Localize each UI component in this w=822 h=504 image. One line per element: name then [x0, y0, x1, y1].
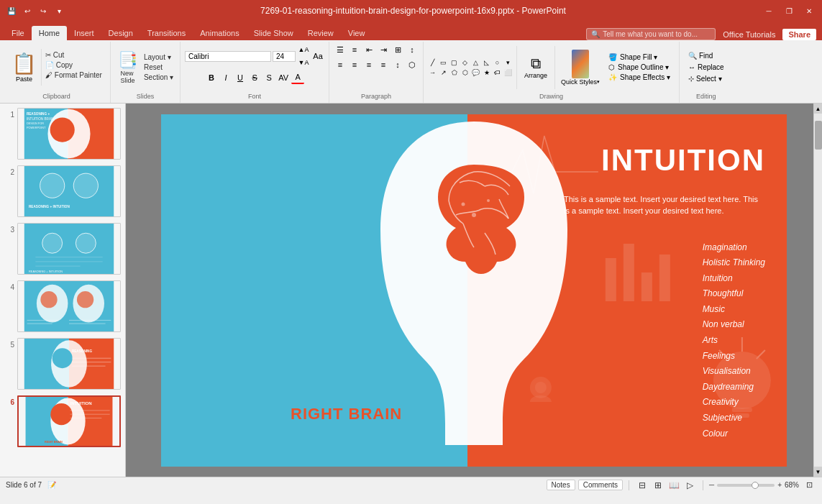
strikethrough-button[interactable]: S: [248, 71, 261, 84]
redo-icon[interactable]: ↪: [37, 5, 49, 17]
reset-button[interactable]: Reset: [142, 63, 175, 72]
tab-review[interactable]: Review: [301, 26, 341, 40]
save-icon[interactable]: 💾: [6, 5, 17, 17]
zoom-slider-thumb[interactable]: [752, 482, 759, 489]
scroll-up-button[interactable]: ▲: [814, 104, 822, 114]
slide-thumbnail-5[interactable]: 5 REASONING: [3, 336, 122, 391]
line-shape[interactable]: ╱: [428, 58, 437, 67]
tab-file[interactable]: File: [4, 26, 32, 40]
diamond-shape[interactable]: ◇: [460, 58, 470, 67]
right-triangle-shape[interactable]: ◺: [482, 58, 491, 67]
find-button[interactable]: 🔍 Find: [684, 50, 729, 61]
font-name-input[interactable]: [185, 51, 271, 62]
normal-view-button[interactable]: ⊟: [635, 479, 649, 492]
increase-font-button[interactable]: ▲A: [297, 43, 310, 56]
layout-button[interactable]: Layout ▾: [142, 52, 175, 62]
office-tutorials-link[interactable]: Office Tutorials: [723, 30, 775, 39]
notes-icon-area[interactable]: 📝: [47, 481, 56, 489]
close-button[interactable]: ✕: [802, 4, 816, 18]
star-shape[interactable]: ★: [482, 68, 491, 77]
decrease-indent-button[interactable]: ⇤: [362, 43, 375, 56]
tab-slideshow[interactable]: Slide Show: [247, 26, 301, 40]
replace-button[interactable]: ↔ Replace: [684, 62, 729, 73]
arrow-shape[interactable]: →: [428, 68, 437, 77]
clear-formatting-button[interactable]: Aa: [311, 50, 324, 63]
tab-design[interactable]: Design: [101, 26, 140, 40]
numbering-button[interactable]: ≡: [348, 43, 361, 56]
select-button[interactable]: ⊹ Select ▾: [684, 73, 729, 84]
notes-button[interactable]: Notes: [547, 480, 575, 490]
convert-to-smartart-button[interactable]: ⬡: [406, 58, 419, 71]
rounded-rect-shape[interactable]: ▢: [449, 58, 459, 67]
zoom-in-button[interactable]: +: [777, 481, 782, 489]
undo-icon[interactable]: ↩: [22, 5, 33, 17]
slide-thumbnail-4[interactable]: 4: [3, 279, 122, 334]
banner-shape[interactable]: 🏷: [493, 68, 502, 77]
zoom-slider[interactable]: [717, 484, 775, 487]
font-size-input[interactable]: [273, 51, 296, 62]
decrease-font-button[interactable]: ▼A: [297, 56, 310, 69]
underline-button[interactable]: U: [234, 71, 247, 84]
section-button[interactable]: Section ▾: [142, 73, 175, 82]
reading-view-button[interactable]: 📖: [667, 479, 681, 492]
cube-shape[interactable]: ⬜: [503, 68, 513, 77]
tab-view[interactable]: View: [341, 26, 373, 40]
italic-button[interactable]: I: [219, 71, 232, 84]
slide-image-4[interactable]: [17, 280, 121, 332]
shadow-button[interactable]: S: [262, 71, 275, 84]
restore-button[interactable]: ❐: [782, 4, 796, 18]
tell-me-search[interactable]: 🔍 Tell me what you want to do...: [586, 28, 716, 40]
slide-image-5[interactable]: REASONING: [17, 338, 121, 390]
bullets-button[interactable]: ☰: [334, 43, 347, 56]
pentagon-shape[interactable]: ⬠: [449, 68, 459, 77]
shape-effects-button[interactable]: ✨ Shape Effects ▾: [606, 73, 673, 82]
scroll-thumb[interactable]: [815, 121, 822, 150]
increase-indent-button[interactable]: ⇥: [377, 43, 390, 56]
slide-image-2[interactable]: REASONING + INTUITION: [17, 165, 121, 217]
align-right-button[interactable]: ≡: [362, 58, 375, 71]
justify-button[interactable]: ≡: [377, 58, 390, 71]
columns-button[interactable]: ⊞: [391, 43, 404, 56]
slide-image-6[interactable]: INTUITION RIGHT BRAIN: [17, 395, 121, 447]
customize-qat-icon[interactable]: ▾: [53, 5, 65, 17]
oval-shape[interactable]: ○: [493, 58, 502, 67]
char-spacing-button[interactable]: AV: [277, 71, 290, 84]
new-slide-button[interactable]: 📑 NewSlide: [115, 50, 140, 86]
copy-button[interactable]: 📄 Copy: [43, 60, 104, 70]
scroll-down-button[interactable]: ▼: [814, 467, 822, 477]
slide-thumbnail-1[interactable]: 1 REASONING + INTUITION BRAIN DESIGN FOR…: [3, 106, 122, 161]
callout-shape[interactable]: 💬: [471, 68, 480, 77]
fit-slide-button[interactable]: ⊡: [802, 479, 816, 492]
connector-shape[interactable]: ↗: [439, 68, 448, 77]
quick-styles-button[interactable]: Quick Styles ▾: [558, 47, 603, 88]
slide-sorter-button[interactable]: ⊞: [651, 479, 665, 492]
align-center-button[interactable]: ≡: [348, 58, 361, 71]
minimize-button[interactable]: ─: [762, 4, 776, 18]
text-direction-button[interactable]: ↕: [406, 43, 419, 56]
line-spacing-button[interactable]: ↕: [391, 58, 404, 71]
cut-button[interactable]: ✂ Cut: [43, 50, 104, 60]
slideshow-button[interactable]: ▷: [682, 479, 697, 492]
font-color-button[interactable]: A: [291, 71, 304, 84]
slide-thumbnail-6[interactable]: 6 INTUITION RIGHT BRAIN: [3, 394, 122, 449]
tab-home[interactable]: Home: [32, 26, 67, 40]
slide-thumbnail-2[interactable]: 2 REASONING + INTUITION: [3, 164, 122, 219]
share-button[interactable]: Share: [782, 29, 816, 40]
tab-insert[interactable]: Insert: [67, 26, 101, 40]
slide-image-3[interactable]: REASONING + INTUITION: [17, 223, 121, 275]
zoom-out-button[interactable]: ─: [709, 481, 714, 489]
slide-image-1[interactable]: REASONING + INTUITION BRAIN DESIGN FOR P…: [17, 108, 121, 160]
tab-transitions[interactable]: Transitions: [140, 26, 193, 40]
align-left-button[interactable]: ≡: [334, 58, 347, 71]
shape-fill-button[interactable]: 🪣 Shape Fill ▾: [606, 52, 673, 62]
paste-button[interactable]: 📋 Paste: [7, 49, 42, 86]
rect-shape[interactable]: ▭: [439, 58, 448, 67]
arrange-button[interactable]: ⧉ Arrange: [520, 54, 552, 81]
bold-button[interactable]: B: [205, 71, 218, 84]
format-painter-button[interactable]: 🖌 Format Painter: [43, 70, 104, 80]
comments-button[interactable]: Comments: [578, 480, 623, 490]
more-shapes[interactable]: ▾: [503, 58, 513, 67]
slide-thumbnail-3[interactable]: 3 REASONING + INTUITION: [3, 221, 122, 276]
triangle-shape[interactable]: △: [471, 58, 480, 67]
shape-outline-button[interactable]: ⬡ Shape Outline ▾: [606, 63, 673, 72]
